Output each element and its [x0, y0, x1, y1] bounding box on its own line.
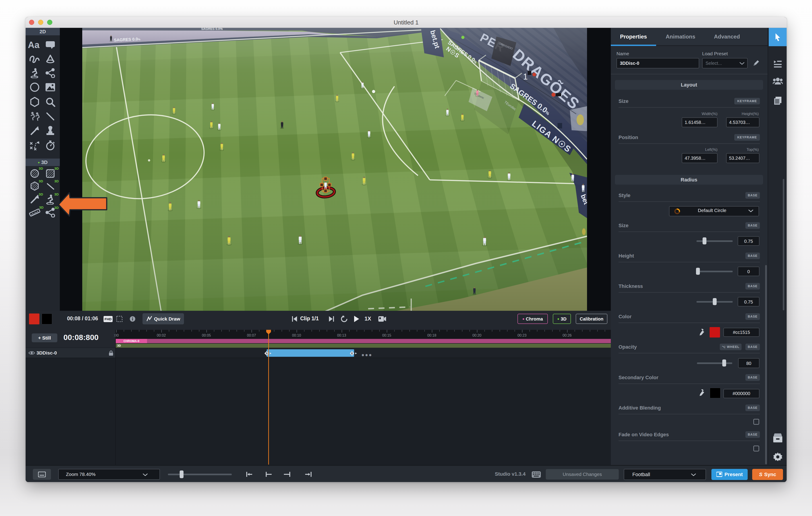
svg-text:S: S	[266, 352, 267, 355]
svg-text:E: E	[351, 352, 353, 355]
